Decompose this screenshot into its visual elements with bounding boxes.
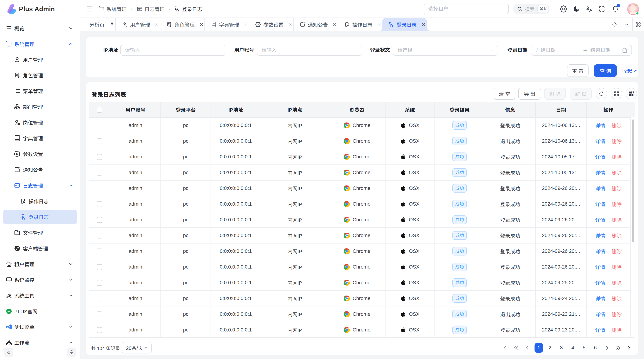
svg-text:DEV: DEV <box>138 8 142 10</box>
svg-text:DEV: DEV <box>15 185 19 187</box>
